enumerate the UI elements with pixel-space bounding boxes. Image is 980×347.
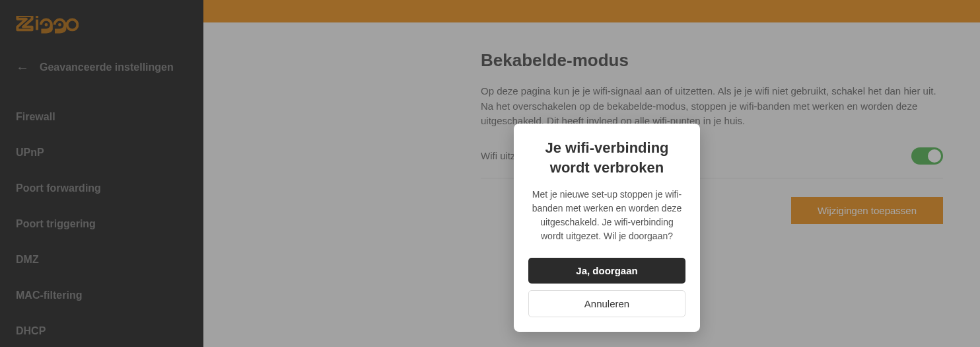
sidebar-item-dmz[interactable]: DMZ bbox=[16, 242, 188, 278]
sidebar-item-mac-filtering[interactable]: MAC-filtering bbox=[16, 278, 188, 313]
sidebar-item-port-forwarding[interactable]: Poort forwarding bbox=[16, 171, 188, 206]
wifi-toggle[interactable] bbox=[911, 147, 943, 165]
sidebar: ← Geavanceerde instellingen Firewall UPn… bbox=[0, 0, 203, 347]
apply-button[interactable]: Wijzigingen toepassen bbox=[791, 197, 943, 224]
modal-title: Je wifi-verbinding wordt verbroken bbox=[528, 138, 685, 177]
sidebar-item-label: Poort triggering bbox=[16, 218, 96, 229]
cancel-button[interactable]: Annuleren bbox=[528, 290, 685, 317]
sidebar-item-label: DMZ bbox=[16, 254, 39, 265]
svg-point-2 bbox=[45, 23, 48, 26]
sidebar-item-upnp[interactable]: UPnP bbox=[16, 135, 188, 171]
logo bbox=[16, 16, 188, 36]
nav-back[interactable]: ← Geavanceerde instellingen bbox=[16, 60, 188, 75]
svg-rect-1 bbox=[36, 16, 38, 18]
sidebar-item-label: UPnP bbox=[16, 147, 44, 158]
modal-body: Met je nieuwe set-up stoppen je wifi-ban… bbox=[528, 188, 685, 243]
ziggo-logo-icon bbox=[16, 16, 79, 34]
confirmation-modal: Je wifi-verbinding wordt verbroken Met j… bbox=[514, 124, 700, 332]
svg-rect-0 bbox=[36, 20, 38, 30]
page-description: Op deze pagina kun je je wifi-signaal aa… bbox=[481, 84, 943, 129]
svg-point-3 bbox=[58, 23, 61, 26]
confirm-button[interactable]: Ja, doorgaan bbox=[528, 258, 685, 284]
arrow-left-icon: ← bbox=[16, 60, 29, 75]
sidebar-item-label: MAC-filtering bbox=[16, 289, 82, 301]
sidebar-item-label: Firewall bbox=[16, 111, 55, 122]
svg-point-4 bbox=[67, 20, 78, 30]
header-bar bbox=[203, 0, 980, 22]
sidebar-item-port-triggering[interactable]: Poort triggering bbox=[16, 206, 188, 242]
sidebar-item-label: DHCP bbox=[16, 325, 46, 336]
page-title: Bekabelde-modus bbox=[481, 50, 943, 71]
nav-back-label: Geavanceerde instellingen bbox=[40, 61, 174, 73]
sidebar-item-firewall[interactable]: Firewall bbox=[16, 99, 188, 135]
toggle-knob bbox=[928, 149, 941, 163]
sidebar-item-label: Poort forwarding bbox=[16, 182, 101, 194]
sidebar-item-dhcp[interactable]: DHCP bbox=[16, 313, 188, 347]
